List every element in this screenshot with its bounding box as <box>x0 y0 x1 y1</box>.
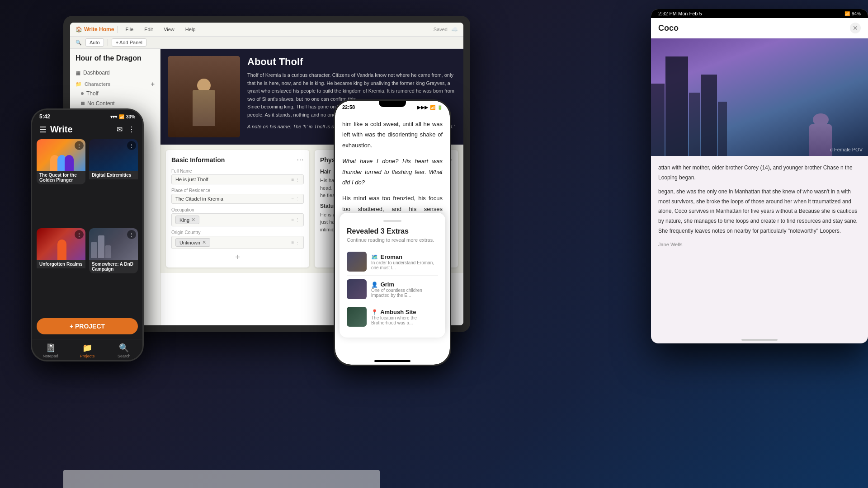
occupation-label: Occupation <box>171 207 304 212</box>
project-card-2[interactable]: ⋮ Digital Extremities <box>89 139 138 184</box>
tr-battery-icon: 94% <box>852 11 861 16</box>
revealed-title: Revealed 3 Extras <box>347 227 438 235</box>
close-button[interactable]: ✕ <box>850 23 861 33</box>
phone-right: 22:58 ▶▶▶ 📶 🔋 him like a cold sweat, unt… <box>334 99 451 366</box>
project-card-3[interactable]: ⋮ Unforgotten Realms <box>37 228 85 273</box>
project-card-1[interactable]: ⋮ The Quest for the Golden Plunger <box>37 139 85 184</box>
home-indicator[interactable] <box>374 360 410 362</box>
phone-right-time: 22:58 <box>342 104 355 110</box>
residence-field: Place of Residence The Citadel in Kremia… <box>171 188 304 204</box>
grim-thumb <box>347 279 367 299</box>
file-menu[interactable]: File <box>122 25 137 33</box>
more-icon[interactable]: ⋮ <box>128 125 135 134</box>
project-3-name: Unforgotten Realms <box>37 260 85 268</box>
tab-search[interactable]: 🔍 Search <box>106 343 142 358</box>
sidebar-item-no-content[interactable]: No Content <box>70 99 160 108</box>
phone-header: ☰ Write ✉ ⋮ <box>32 122 142 139</box>
saved-indicator: Saved <box>434 27 448 32</box>
phone-statusbar: 5:42 ▾▾▾ 📶 33% <box>32 110 142 122</box>
sidebar-item-dashboard[interactable]: ▦ Dashboard <box>70 68 160 78</box>
cloud-icon: ☁️ <box>451 26 458 33</box>
add-panel-btn[interactable]: + Add Panel <box>112 38 146 47</box>
field-icons-4: ≡ ⋮ <box>291 240 300 245</box>
field-icons-2: ≡ ⋮ <box>291 197 300 202</box>
project-3-menu[interactable]: ⋮ <box>75 230 84 239</box>
origin-tag: Unknown ✕ <box>175 238 210 247</box>
toolbar-separator <box>118 26 118 33</box>
sidebar-item-tholf[interactable]: Tholf <box>70 89 160 99</box>
mail-icon[interactable]: ✉ <box>117 125 123 134</box>
battery-right-icon: 🔋 <box>437 105 443 110</box>
character-image <box>168 56 240 137</box>
tab-projects[interactable]: 📁 Projects <box>69 343 105 358</box>
revealed-subtitle: Continue reading to reveal more extras. <box>347 237 438 243</box>
project-2-menu[interactable]: ⋮ <box>127 141 136 150</box>
project-card-4[interactable]: ⋮ Somewhere: A DnD Campaign <box>89 228 138 273</box>
search-label: Search <box>118 354 131 358</box>
ambush-icon: 📍 <box>371 309 378 315</box>
project-1-menu[interactable]: ⋮ <box>75 141 84 150</box>
project-4-menu[interactable]: ⋮ <box>127 230 136 239</box>
origin-remove[interactable]: ✕ <box>202 239 206 245</box>
residence-value[interactable]: The Citadel in Kremia ≡ ⋮ <box>171 194 304 204</box>
home-icon: 🏠 <box>75 26 82 33</box>
notepad-icon: 📓 <box>46 343 56 353</box>
tr-home-indicator[interactable] <box>741 339 778 341</box>
extra-item-grim[interactable]: 👤 Grim One of countless children impacte… <box>347 276 438 303</box>
figure-4 <box>57 239 66 260</box>
ambush-name: 📍 Ambush Site <box>371 309 438 315</box>
characters-label: Characters <box>85 81 110 87</box>
residence-label: Place of Residence <box>171 188 304 193</box>
drag-handle[interactable] <box>383 220 401 222</box>
origin-field: Origin Country Unknown ✕ ≡ ⋮ <box>171 230 304 249</box>
origin-value[interactable]: Unknown ✕ ≡ ⋮ <box>171 236 304 249</box>
occupation-field: Occupation King ✕ ≡ ⋮ <box>171 207 304 226</box>
signal-bars-icon: ▶▶▶ <box>417 105 428 110</box>
character-name: About Tholf <box>247 56 456 68</box>
reading-para-1: him like a cold sweat, until all he was … <box>342 119 443 150</box>
full-name-value[interactable]: He is just Tholf ≡ ⋮ <box>171 174 304 184</box>
auto-btn[interactable]: Auto <box>85 38 104 47</box>
edit-menu[interactable]: Edit <box>141 25 156 33</box>
dashboard-icon: ▦ <box>75 70 80 76</box>
help-menu[interactable]: Help <box>182 25 199 33</box>
extra-item-eroman[interactable]: 🗺️ Eroman In order to understand Eroman,… <box>347 248 438 276</box>
eroman-thumb <box>347 252 367 272</box>
basic-info-card: Basic Information ⋯ Full Name He is just… <box>166 150 309 267</box>
extra-item-ambush[interactable]: 📍 Ambush Site The location where the Bro… <box>347 303 438 330</box>
projects-label: Projects <box>80 354 95 358</box>
hamburger-icon[interactable]: ☰ <box>39 125 47 135</box>
grim-name: 👤 Grim <box>371 281 438 288</box>
project-title: Hour of the Dragon <box>70 54 160 68</box>
tr-author: Jane Wells <box>658 240 861 249</box>
occupation-tag: King ✕ <box>175 216 199 224</box>
tr-wifi-icon: 📶 <box>844 11 850 16</box>
tablet-right-title: Coco <box>658 23 679 33</box>
occupation-value[interactable]: King ✕ ≡ ⋮ <box>171 213 304 226</box>
phone-notch <box>379 101 406 107</box>
thumb-figures-3 <box>37 239 85 260</box>
notepad-label: Notepad <box>43 354 58 358</box>
phone-time: 5:42 <box>39 113 50 120</box>
add-field-btn[interactable]: + <box>171 253 304 262</box>
revealed-extras-popup: Revealed 3 Extras Continue reading to re… <box>340 213 445 338</box>
write-home-label[interactable]: Write Home <box>84 26 114 33</box>
occupation-remove[interactable]: ✕ <box>191 217 195 223</box>
projects-grid: ⋮ The Quest for the Golden Plunger ⋮ Dig… <box>32 139 142 314</box>
ambush-desc: The location where the Brotherhood was a… <box>371 315 438 325</box>
sidebar-section-characters: 📁 Characters + <box>70 78 160 89</box>
phone-brand: Write <box>50 124 73 135</box>
tablet-right-statusbar: 2:32 PM Mon Feb 5 📶 94% <box>651 9 868 18</box>
thumb-figures-1 <box>37 155 85 171</box>
tab-notepad[interactable]: 📓 Notepad <box>32 343 69 358</box>
tablet-right-screen: 2:32 PM Mon Feb 5 📶 94% Coco ✕ <box>651 9 868 343</box>
wifi-right-icon: 📶 <box>430 105 435 110</box>
add-project-button[interactable]: + PROJECT <box>37 318 138 334</box>
grim-info: 👤 Grim One of countless children impacte… <box>371 281 438 298</box>
basic-info-menu[interactable]: ⋯ <box>297 155 304 164</box>
view-menu[interactable]: View <box>160 25 178 33</box>
tablet-right-image: d Female POV <box>651 38 868 156</box>
phone-status-icons: ▾▾▾ 📶 33% <box>110 114 135 119</box>
phone-header-actions: ✉ ⋮ <box>117 125 135 134</box>
add-character-icon[interactable]: + <box>151 80 155 88</box>
